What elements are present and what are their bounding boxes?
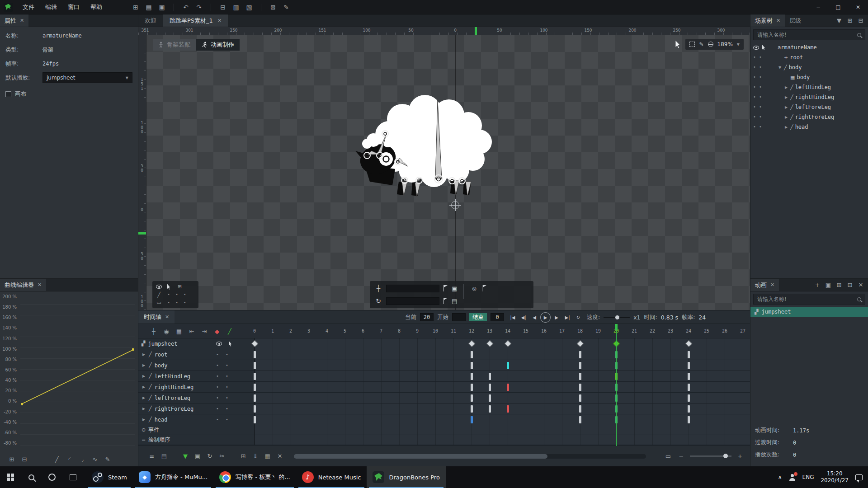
current-frame-input[interactable]: 20 [420,313,434,321]
row-绘制顺序[interactable]: ≡绘制顺序 [138,435,255,445]
keyframe-tick[interactable] [579,394,581,402]
close-tab-icon[interactable]: ✕ [217,18,222,23]
viewport-tab-欢迎[interactable]: 欢迎 [138,14,163,27]
viewport-tab-跳跳羊PS素材_1[interactable]: 跳跳羊PS素材_1✕ [163,14,228,27]
end-frame-chip[interactable]: 结束 [469,313,487,321]
cut-keys-icon[interactable]: ✂ [217,451,226,460]
action-center-icon[interactable] [855,474,863,480]
ease-in-curve-icon[interactable]: ◜ [65,455,74,464]
curve-plot[interactable] [20,294,135,446]
open-project-icon[interactable]: ▤ [143,2,154,12]
select-dot[interactable]: • [759,95,762,99]
playhead[interactable] [616,324,617,446]
add-animation-icon[interactable]: + [813,281,822,290]
lock-track-icon[interactable]: ▣ [193,451,202,460]
select-dot[interactable]: • [759,115,762,119]
expand-arrow-icon[interactable]: ▶ [142,396,146,400]
keyframe-tick[interactable] [579,416,581,423]
eye-icon[interactable] [216,342,222,346]
position-key-icon[interactable]: ▣ [452,285,457,292]
mode-button-animate[interactable]: 动画制作 [196,39,240,51]
keyframe-tick[interactable] [471,384,473,391]
expand-arrow-icon[interactable]: ▶ [142,352,146,357]
select-dot[interactable]: • [759,75,762,80]
position-input[interactable] [386,285,439,292]
track-keys-rightHindLeg[interactable] [255,382,750,392]
scrollbar-thumb[interactable] [294,454,547,459]
cursor-icon[interactable] [167,284,171,290]
keyframe-tick[interactable] [471,416,473,423]
track-rightForeLeg[interactable]: ▶╱rightForeLeg•• [138,404,255,414]
export-icon[interactable]: ⊠ [268,2,278,12]
expand-arrow-icon[interactable]: ▶ [142,418,146,422]
timeline-zoom-in-icon[interactable]: + [736,451,745,460]
timeline-zoom-out-icon[interactable]: − [677,451,686,460]
move-tool-icon[interactable]: ┼ [374,285,382,292]
taskbar-app-mumu[interactable]: 方舟指令 - MuMu... [133,466,213,488]
menu-编辑[interactable]: 编辑 [40,0,62,14]
copy-keys-icon[interactable]: ⊞ [239,451,248,460]
expand-arrow-icon[interactable]: ▶ [142,363,146,367]
visibility-dot[interactable]: • [216,352,219,357]
pivot-tool-icon[interactable]: ◎ [470,286,478,291]
keyframe-diamond[interactable] [685,340,693,347]
track-head[interactable]: ▶╱head•• [138,414,255,425]
key-filter-icon[interactable]: ▼ [181,451,190,460]
tree-node-rightForeLeg[interactable]: ••▶╱rightForeLeg [750,112,868,122]
auto-key-icon[interactable]: ◆ [212,327,222,336]
visibility-dot[interactable]: • [216,396,219,400]
keyframe-tick[interactable] [579,405,581,413]
prev-key-icon[interactable]: ⇤ [187,327,196,336]
track-keys-rightForeLeg[interactable] [255,404,750,414]
minimize-button[interactable]: ─ [808,0,828,14]
keyframe-tick[interactable] [579,373,581,380]
select-tool-icon[interactable] [675,41,681,48]
tree-node-head[interactable]: ••▶╱head [750,122,868,132]
chevron-down-icon[interactable]: ▼ [737,42,740,47]
keyframe-tick[interactable] [471,405,473,413]
paste-keys-icon[interactable]: ▦ [263,451,272,460]
close-panel-icon[interactable]: ✕ [165,314,169,320]
onion-skin-icon[interactable]: ◉ [162,327,171,336]
close-panel-icon[interactable]: ✕ [770,282,774,288]
delete-keys-icon[interactable]: ✕ [275,451,284,460]
tab-properties[interactable]: 属性 ✕ [0,14,28,27]
tray-app-icon[interactable] [789,474,796,481]
taskbar-app-netease[interactable]: Netease Music [296,466,367,488]
animation-search-input[interactable] [757,296,854,302]
next-key-icon[interactable]: ⇥ [200,327,209,336]
menu-窗口[interactable]: 窗口 [62,0,85,14]
cursor-icon[interactable] [762,45,766,50]
timeline-zoom-slider[interactable] [690,455,731,457]
tree-node-leftHindLeg[interactable]: ••▶╱leftHindLeg [750,82,868,92]
select-dot[interactable]: • [226,352,228,357]
visibility-dot[interactable]: • [753,55,756,60]
select-dot[interactable]: • [759,105,762,109]
tree-node-root[interactable]: ••+root [750,52,868,62]
cortana-button[interactable] [42,466,62,488]
keyframe-tick[interactable] [688,373,690,380]
keyframe-tick[interactable] [507,362,509,369]
keyframe-tick[interactable] [507,384,509,391]
expand-all-icon[interactable]: ⊞ [845,16,854,25]
select-dot[interactable]: • [226,374,228,379]
select-dot[interactable]: • [759,85,762,89]
sphere-view-icon[interactable] [708,42,713,47]
tree-node-body[interactable]: ••▦body [750,72,868,82]
eye-icon[interactable] [753,46,759,50]
animation-item-jumpsheet[interactable]: ▞jumpsheet [750,307,868,317]
select-dot[interactable]: • [226,385,228,389]
close-panel-icon[interactable]: ✕ [776,18,780,23]
keyframe-tick[interactable] [579,384,581,391]
import-icon[interactable]: ⊟ [217,2,228,12]
scene-search-input[interactable] [757,32,854,38]
visibility-dot[interactable]: • [753,65,756,70]
keyframe-tick[interactable] [489,373,491,380]
tab-scene-tree[interactable]: 场景树 ✕ [750,14,785,27]
tree-node-armatureName[interactable]: armatureName [750,42,868,52]
keyframe-tick[interactable] [489,405,491,413]
track-keys-leftHindLeg[interactable] [255,371,750,381]
tab-timeline[interactable]: 时间轴 ✕ [138,310,175,324]
export-animation-icon[interactable]: ⊟ [845,281,854,290]
option-dot[interactable]: • [175,292,178,297]
